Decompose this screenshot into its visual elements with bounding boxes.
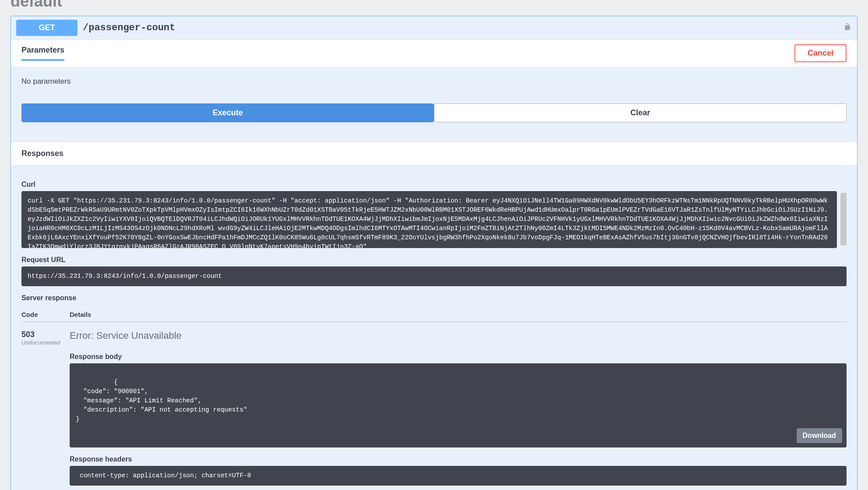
tag-title: default bbox=[11, 0, 857, 16]
http-method-badge: GET bbox=[16, 20, 78, 36]
operation-header[interactable]: GET /passenger-count bbox=[11, 16, 857, 39]
action-button-row: Execute Clear bbox=[21, 103, 847, 122]
endpoint-path: /passenger-count bbox=[83, 22, 843, 33]
error-title: Error: Service Unavailable bbox=[70, 330, 847, 341]
response-body-label: Response body bbox=[70, 345, 847, 363]
request-url-label: Request URL bbox=[21, 248, 847, 266]
col-details: Details bbox=[70, 311, 847, 318]
clear-button[interactable]: Clear bbox=[434, 103, 847, 122]
responses-heading: Responses bbox=[11, 142, 857, 166]
server-response-label: Server response bbox=[21, 286, 847, 305]
cancel-button[interactable]: Cancel bbox=[794, 44, 847, 62]
response-detail-cell: Error: Service Unavailable Response body… bbox=[70, 330, 847, 486]
response-headers-block[interactable]: content-type: application/json; charset=… bbox=[70, 466, 847, 486]
responses-lower-heading: Responses bbox=[21, 486, 847, 490]
curl-output[interactable]: curl -X GET "https://35.231.79.3:8243/in… bbox=[21, 191, 837, 248]
curl-label: Curl bbox=[21, 173, 847, 191]
scrollbar[interactable] bbox=[840, 193, 847, 245]
parameters-body: No parameters Execute Clear bbox=[11, 67, 857, 142]
response-code: 503 bbox=[21, 330, 70, 339]
response-headers-label: Response headers bbox=[70, 447, 847, 466]
unlock-icon[interactable] bbox=[843, 22, 852, 33]
response-code-cell: 503 Undocumented bbox=[21, 330, 70, 486]
download-button[interactable]: Download bbox=[797, 428, 842, 443]
response-body-text: { "code": "900801", "message": "API Limi… bbox=[76, 379, 247, 423]
response-body-block[interactable]: { "code": "900801", "message": "API Limi… bbox=[70, 363, 847, 447]
responses-body: Curl curl -X GET "https://35.231.79.3:82… bbox=[11, 166, 857, 490]
parameters-bar: Parameters Cancel bbox=[11, 39, 857, 67]
undocumented-label: Undocumented bbox=[21, 339, 70, 346]
operation-block: GET /passenger-count Parameters Cancel N… bbox=[11, 16, 857, 490]
execute-button[interactable]: Execute bbox=[21, 103, 434, 122]
col-code: Code bbox=[21, 311, 70, 318]
no-parameters-text: No parameters bbox=[21, 74, 847, 103]
request-url-value[interactable]: https://35.231.79.3:8243/info/1.0.0/pass… bbox=[21, 266, 847, 286]
parameters-tab[interactable]: Parameters bbox=[21, 46, 64, 61]
response-row: 503 Undocumented Error: Service Unavaila… bbox=[21, 322, 847, 486]
response-table-header: Code Details bbox=[21, 305, 847, 322]
